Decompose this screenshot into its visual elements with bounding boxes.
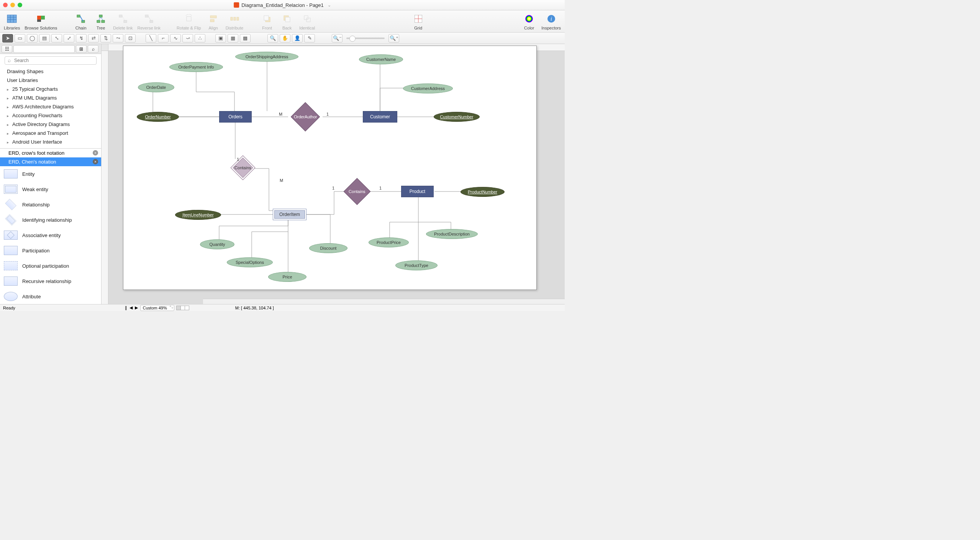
rel-order-author[interactable]: OrderAuthor (291, 102, 320, 131)
category-item[interactable]: User Libraries (0, 76, 101, 85)
zoom-slider[interactable] (346, 38, 385, 39)
close-icon[interactable]: × (93, 159, 98, 164)
category-item[interactable]: Aerospace and Transport (0, 129, 101, 137)
ellipse-tool[interactable]: ◯ (27, 34, 38, 43)
library-tab-crow[interactable]: ERD, crow's foot notation× (0, 149, 101, 157)
attr-product-type[interactable]: ProductType (395, 260, 438, 270)
identical-label: Identical (299, 26, 315, 30)
group-tool-1[interactable]: ▣ (215, 34, 226, 43)
browse-solutions-button[interactable]: Browse Solutions (23, 12, 59, 31)
delete-link-label: Delete link (113, 26, 133, 30)
sidebar-filter-combo[interactable] (13, 45, 75, 53)
category-item[interactable]: 25 Typical Orgcharts (0, 85, 101, 93)
attr-price[interactable]: Price (268, 272, 306, 282)
category-item[interactable]: Drawing Shapes (0, 67, 101, 76)
chain-button[interactable]: Chain (72, 12, 90, 31)
pencil-tool[interactable]: ✎ (304, 34, 315, 43)
color-button[interactable]: Color (520, 12, 538, 31)
attr-customer-address[interactable]: CustomerAddress (403, 83, 453, 93)
line-tool-2[interactable]: ⌐ (158, 34, 169, 43)
attr-quantity[interactable]: Quantity (200, 239, 234, 249)
attr-customer-number[interactable]: CustomerNumber (434, 112, 480, 122)
shape-attribute[interactable]: Attribute (0, 289, 101, 304)
connector-tool-4[interactable]: ⇄ (88, 34, 99, 43)
rel-contains-1[interactable]: Contains (230, 155, 255, 180)
category-item[interactable]: Accounting Flowcharts (0, 111, 101, 120)
sidebar-search-button[interactable]: ⌕ (88, 45, 98, 53)
zoom-in-tool[interactable]: 🔍 (267, 34, 278, 43)
connector-tool-7[interactable]: ⊡ (125, 34, 136, 43)
text-tool[interactable]: ▤ (39, 34, 50, 43)
connector-tool-1[interactable]: ⤡ (51, 34, 62, 43)
rel-contains-2[interactable]: Contains (344, 178, 371, 205)
attr-product-number[interactable]: ProductNumber (461, 187, 505, 197)
attr-order-date[interactable]: OrderDate (138, 82, 174, 92)
attr-customer-name[interactable]: CustomerName (359, 54, 403, 64)
inspectors-button[interactable]: iInspectors (540, 12, 562, 31)
grid-button[interactable]: Grid (409, 12, 428, 31)
attr-product-price[interactable]: ProductPrice (369, 237, 409, 247)
shape-associative-entity[interactable]: Associative entity (0, 227, 101, 243)
maximize-button[interactable] (18, 3, 22, 7)
close-icon[interactable]: × (93, 150, 98, 155)
sidebar-grid-view-button[interactable]: ⊞ (76, 45, 87, 53)
minimize-button[interactable] (10, 3, 15, 7)
line-tool-4[interactable]: ⤻ (182, 34, 193, 43)
page-prev-button[interactable]: ◀ (129, 305, 133, 310)
zoom-out-button[interactable]: 🔍⁻ (332, 34, 343, 43)
category-item[interactable]: AWS Architecture Diagrams (0, 102, 101, 111)
tree-button[interactable]: Tree (92, 12, 110, 31)
attr-order-shipping[interactable]: OrderShippingAddress (235, 52, 298, 62)
line-tool-5[interactable]: ∴ (195, 34, 205, 43)
pointer-tool[interactable]: ➤ (2, 34, 13, 43)
category-item[interactable]: Active Directory Diagrams (0, 120, 101, 129)
entity-order-item[interactable]: OrderItem (273, 209, 306, 220)
shape-identifying-relationship[interactable]: Identifying relationship (0, 212, 101, 227)
entity-product[interactable]: Product (401, 186, 434, 197)
attr-item-line-number[interactable]: ItemLineNumber (175, 210, 221, 220)
sidebar-view-button[interactable]: ☷ (2, 45, 12, 53)
entity-customer[interactable]: Customer (363, 111, 397, 123)
category-item[interactable]: ATM UML Diagrams (0, 93, 101, 102)
rect-tool[interactable]: ▭ (15, 34, 25, 43)
shape-participation[interactable]: Participation (0, 243, 101, 258)
shape-label: Entity (22, 171, 35, 177)
shape-weak-entity[interactable]: Weak entity (0, 182, 101, 197)
page-tabs[interactable] (177, 306, 189, 310)
canvas-area[interactable]: Orders Customer OrderItem Product OrderA… (102, 44, 565, 304)
close-button[interactable] (3, 3, 8, 7)
horizontal-scrollbar[interactable] (203, 299, 565, 304)
shape-relationship[interactable]: Relationship (0, 197, 101, 212)
connector-tool-3[interactable]: ↯ (76, 34, 87, 43)
shape-label: Weak entity (22, 187, 48, 192)
page-next-button[interactable]: ▶ (135, 305, 138, 310)
line-tool-1[interactable]: ╲ (146, 34, 156, 43)
shape-recursive-relationship[interactable]: Recursive relationship (0, 273, 101, 289)
shape-optional-participation[interactable]: Optional participation (0, 258, 101, 273)
browse-icon (36, 13, 46, 25)
group-tool-2[interactable]: ▦ (228, 34, 238, 43)
libraries-button[interactable]: Libraries (2, 12, 21, 31)
eyedropper-tool[interactable]: 👤 (292, 34, 303, 43)
zoom-readout[interactable]: Custom 49% (140, 305, 174, 311)
page-canvas[interactable]: Orders Customer OrderItem Product OrderA… (123, 46, 537, 290)
group-tool-3[interactable]: ▩ (240, 34, 251, 43)
search-input[interactable] (5, 56, 97, 65)
connector-tool-2[interactable]: ⤢ (64, 34, 74, 43)
entity-orders[interactable]: Orders (219, 111, 252, 123)
shape-entity[interactable]: Entity (0, 166, 101, 182)
category-item[interactable]: Android User Interface (0, 137, 101, 146)
attr-product-description[interactable]: ProductDescription (426, 229, 478, 239)
attr-order-number[interactable]: OrderNumber (137, 112, 179, 122)
attr-discount[interactable]: Discount (309, 243, 347, 253)
connector-tool-6[interactable]: ⤳ (113, 34, 123, 43)
page-collapse-button[interactable]: ‖ (125, 305, 127, 310)
attr-special-options[interactable]: SpecialOptions (227, 257, 273, 267)
zoom-in-button[interactable]: 🔍⁺ (388, 34, 399, 43)
chevron-down-icon[interactable]: ⌄ (328, 3, 331, 8)
connector-tool-5[interactable]: ⇅ (100, 34, 111, 43)
hand-tool[interactable]: ✋ (280, 34, 290, 43)
attr-order-payment[interactable]: OrderPayment Info (169, 62, 223, 72)
line-tool-3[interactable]: ∿ (170, 34, 181, 43)
library-tab-chen[interactable]: ERD, Chen's notation× (0, 157, 101, 166)
